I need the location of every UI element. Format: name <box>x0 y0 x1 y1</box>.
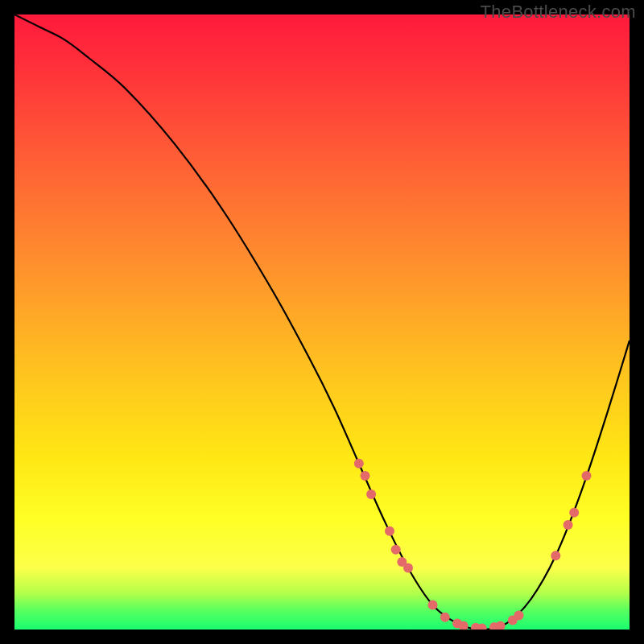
chart-canvas <box>14 14 630 630</box>
data-marker <box>366 489 376 499</box>
data-marker <box>496 621 506 630</box>
bottleneck-curve <box>14 14 630 630</box>
data-marker <box>391 545 401 555</box>
data-marker <box>361 471 370 481</box>
watermark-text: TheBottleneck.com <box>481 2 636 23</box>
data-marker <box>403 564 413 573</box>
data-marker <box>569 508 579 518</box>
data-marker <box>385 526 394 536</box>
data-markers <box>354 459 592 630</box>
data-marker <box>564 520 573 530</box>
chart-svg <box>14 14 630 630</box>
data-marker <box>582 471 592 481</box>
data-marker <box>354 459 364 469</box>
data-marker <box>514 610 524 620</box>
data-marker <box>440 613 450 622</box>
data-marker <box>551 551 560 560</box>
data-marker <box>428 600 438 609</box>
